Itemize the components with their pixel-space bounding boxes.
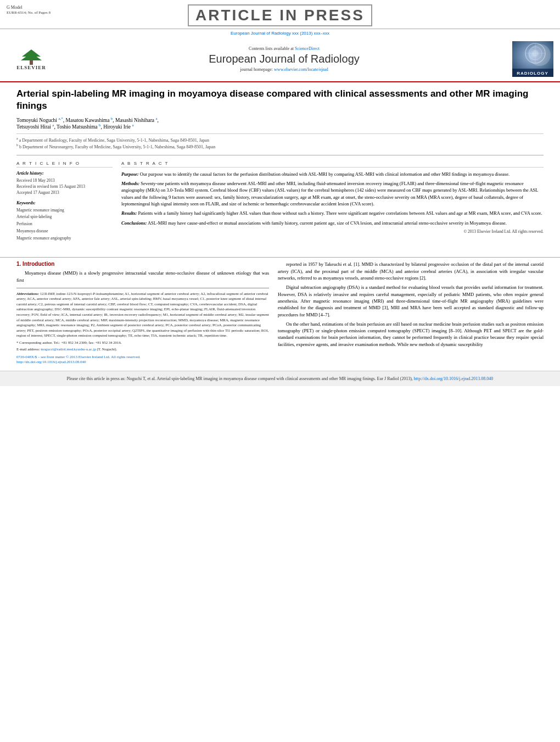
keywords-block: Keywords: Magnetic resonance imaging Art… (16, 200, 113, 242)
header-top: G Model EURR-6514; No. of Pages 8 ARTICL… (0, 0, 560, 29)
intro-para2-right: Digital subtraction angiography (DSA) is… (278, 284, 544, 318)
left-column: A R T I C L E I N F O Article history: R… (16, 161, 113, 247)
journal-url-line: European Journal of Radiology xxx (2013)… (0, 29, 560, 37)
abstract-text: Purpose: Our purpose was to identify the… (121, 171, 544, 235)
affiliations: a a Department of Radiology, Faculty of … (16, 133, 544, 149)
radiology-decorative-svg: RADIOLOGY (512, 41, 553, 77)
journal-header: ELSEVIER Contents lists available at Sci… (0, 37, 560, 82)
g-model-info: G Model EURR-6514; No. of Pages 8 (7, 4, 51, 16)
g-model-label: G Model (7, 4, 51, 10)
footnotes: Abbreviations: 123I-IMP, iodine-123-N-is… (16, 288, 269, 365)
eurr-code: EURR-6514; No. of Pages 8 (7, 10, 51, 16)
journal-title: European Journal of Radiology (56, 53, 512, 65)
keywords-title: Keywords: (16, 200, 113, 205)
homepage-line: journal homepage: www.elsevier.com/locat… (56, 67, 512, 72)
article-info-label: A R T I C L E I N F O (16, 161, 113, 168)
abstract-methods: Methods: Seventy-one patients with moyam… (121, 180, 544, 207)
email-address: E-mail address: tnogucci@radiol.med.kyus… (16, 347, 269, 352)
body-left-column: 1. Introduction Moyamoya disease (MMD) i… (16, 261, 269, 365)
svg-text:RADIOLOGY: RADIOLOGY (517, 71, 548, 76)
intro-para-left: Moyamoya disease (MMD) is a slowly progr… (16, 270, 269, 283)
contents-text: Contents lists available at (249, 46, 294, 51)
homepage-link[interactable]: www.elsevier.com/locate/ejrad (274, 67, 328, 72)
intro-para1-right: reported in 1957 by Takeuchi et al. [1].… (278, 261, 544, 281)
journal-url-text: European Journal of Radiology xxx (2013)… (231, 31, 329, 36)
main-body: 1. Introduction Moyamoya disease (MMD) i… (0, 257, 560, 371)
corresponding-author: * Corresponding author. Tel.: +81 952 34… (16, 340, 269, 345)
abbreviations: Abbreviations: 123I-IMP, iodine-123-N-is… (16, 291, 269, 338)
footer-citation-text: Please cite this article in press as: No… (67, 376, 413, 381)
svg-point-7 (532, 50, 539, 57)
authors: Tomoyuki Noguchi a,*, Masatou Kawashima … (16, 116, 544, 130)
article-history-block: Article history: Received 18 May 2013 Re… (16, 171, 113, 196)
elsevier-logo-svg (16, 48, 47, 66)
history-title: Article history: (16, 171, 113, 176)
radiology-image: RADIOLOGY (512, 41, 553, 77)
article-in-press-banner: ARTICLE IN PRESS (51, 4, 509, 26)
sciencedirect-link[interactable]: ScienceDirect (295, 46, 320, 51)
article-in-press-title: ARTICLE IN PRESS (188, 4, 372, 26)
abstract-conclusions: Conclusions: ASL-MRI may have cause-and-… (121, 220, 544, 226)
svg-point-5 (525, 43, 545, 63)
page-wrapper: G Model EURR-6514; No. of Pages 8 ARTICL… (0, 0, 560, 386)
abstract-results: Results: Patients with a family history … (121, 210, 544, 216)
abstract-purpose: Purpose: Our purpose was to identify the… (121, 171, 544, 177)
svg-point-6 (529, 47, 542, 60)
elsevier-logo: ELSEVIER (7, 48, 56, 70)
abstract-label: A B S T R A C T (121, 161, 544, 168)
affiliation-a: a a Department of Radiology, Faculty of … (16, 137, 544, 143)
footer-doi-link[interactable]: http://dx.doi.org/10.1016/j.ejrad.2013.0… (414, 376, 494, 381)
svg-rect-3 (30, 60, 33, 65)
contents-line: Contents lists available at ScienceDirec… (56, 46, 512, 51)
keywords-list: Magnetic resonance imaging Arterial spin… (16, 207, 113, 242)
copyright-line: © 2013 Elsevier Ireland Ltd. All rights … (121, 229, 544, 235)
right-column-abstract: A B S T R A C T Purpose: Our purpose was… (121, 161, 544, 247)
received-date: Received 18 May 2013 Received in revised… (16, 177, 113, 196)
affiliation-b: b b Department of Neurosurgery, Faculty … (16, 143, 544, 149)
intro-para-right: reported in 1957 by Takeuchi et al. [1].… (278, 261, 544, 348)
article-info-abstract: A R T I C L E I N F O Article history: R… (16, 155, 544, 247)
doi-line: 0720-048X/$ – see front matter © 2013 El… (16, 355, 269, 366)
intro-para3-right: On the other hand, estimations of the br… (278, 321, 544, 348)
intro-para1-left: Moyamoya disease (MMD) is a slowly progr… (16, 270, 269, 283)
footer-citation: Please cite this article in press as: No… (0, 371, 560, 386)
article-body: Arterial spin-labeling MR imaging in moy… (0, 82, 560, 257)
intro-heading: 1. Introduction (16, 261, 269, 267)
homepage-text: journal homepage: (240, 67, 273, 72)
body-right-column: reported in 1957 by Takeuchi et al. [1].… (278, 261, 544, 365)
journal-center: Contents lists available at ScienceDirec… (56, 46, 512, 72)
article-title: Arterial spin-labeling MR imaging in moy… (16, 88, 544, 112)
